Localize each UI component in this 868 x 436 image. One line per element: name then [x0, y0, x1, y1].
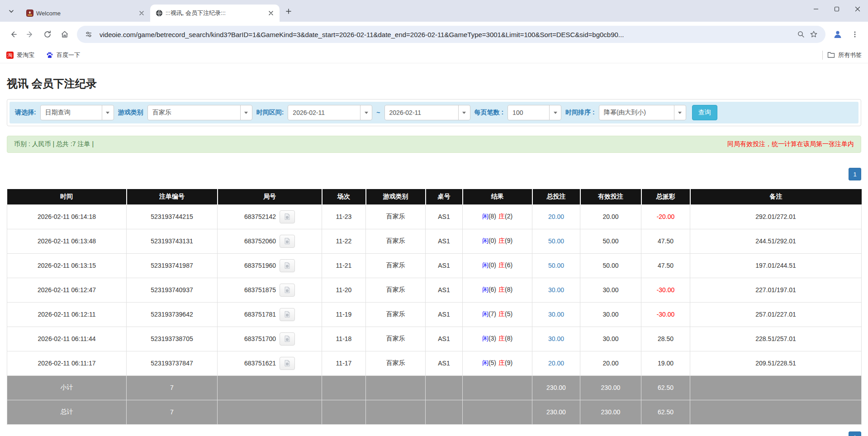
total-bet-link[interactable]: 30.00 — [548, 335, 564, 342]
video-replay-button[interactable] — [280, 235, 295, 248]
result-player: 闲 — [482, 359, 489, 366]
round-number: 683752142 — [244, 213, 276, 220]
bookmark-star-button[interactable] — [807, 28, 820, 41]
cell-game-type: 百家乐 — [366, 204, 426, 229]
cell-valid-bet: 30.00 — [580, 278, 641, 302]
page-1-button[interactable]: 1 — [849, 431, 861, 436]
per-page-select[interactable]: 100 — [508, 105, 561, 120]
cell-game-type: 百家乐 — [366, 278, 426, 302]
chevron-down-icon — [458, 105, 470, 120]
tab-title: Welcome — [36, 10, 135, 17]
game-type-select[interactable]: 百家乐 — [147, 105, 252, 120]
tab-search-button[interactable] — [5, 5, 18, 18]
empty-cell — [322, 375, 366, 400]
cell-result: 闲(0)庄(9) — [463, 229, 532, 253]
result-banker-score: (2) — [505, 213, 512, 220]
address-bar[interactable]: videoie.com/game/betrecord_search/kind3?… — [77, 26, 825, 43]
total-row: 总计 7 230.00 230.00 62.50 — [7, 400, 862, 424]
column-header: 备注 — [690, 189, 862, 204]
video-replay-button[interactable] — [280, 357, 295, 370]
total-bet-link[interactable]: 20.00 — [548, 360, 564, 367]
video-replay-button[interactable] — [280, 332, 295, 346]
date-end-select[interactable]: 2026-02-11 — [384, 105, 470, 120]
window-maximize-button[interactable] — [826, 0, 847, 18]
close-icon — [139, 11, 144, 15]
forward-arrow-icon — [26, 30, 35, 39]
game-type-value: 百家乐 — [148, 109, 240, 117]
table-row: 2026-02-11 06:14:18 523193744215 6837521… — [7, 204, 862, 229]
column-header: 注单编号 — [127, 189, 218, 204]
tab-close-button[interactable] — [138, 9, 146, 17]
cell-game-type: 百家乐 — [366, 327, 426, 351]
browser-toolbar: videoie.com/game/betrecord_search/kind3?… — [0, 22, 868, 47]
tab-close-button[interactable] — [267, 9, 275, 17]
empty-cell — [690, 400, 862, 424]
sort-order-select[interactable]: 降幂(由大到小) — [599, 105, 686, 120]
cell-note: 292.01/272.01 — [690, 204, 862, 229]
result-banker-score: (6) — [505, 261, 512, 269]
result-player-score: (6) — [489, 286, 496, 293]
pagination-bottom: 1 — [7, 431, 861, 436]
date-start-select[interactable]: 2026-02-11 — [288, 105, 372, 120]
result-player-score: (5) — [489, 359, 496, 366]
result-player-score: (7) — [489, 310, 496, 318]
currency-summary-text: 币别 : 人民币 | 总共 :7 注单 | — [14, 140, 94, 148]
total-bet-link[interactable]: 30.00 — [548, 311, 564, 318]
cell-note: 197.01/244.51 — [690, 253, 862, 278]
video-replay-button[interactable] — [280, 259, 295, 272]
result-player-score: (8) — [489, 213, 496, 220]
reload-button[interactable] — [39, 26, 56, 43]
result-banker: 庄 — [498, 213, 505, 220]
all-bookmarks-button[interactable]: 所有书签 — [827, 51, 862, 59]
cell-valid-bet: 50.00 — [580, 229, 641, 253]
query-button[interactable]: 查询 — [692, 105, 717, 120]
video-replay-button[interactable] — [280, 210, 295, 223]
window-minimize-button[interactable] — [806, 0, 826, 18]
result-banker: 庄 — [498, 261, 505, 269]
total-valid-bet: 230.00 — [580, 400, 641, 424]
total-bet-link[interactable]: 30.00 — [548, 286, 564, 294]
total-bet-link[interactable]: 50.00 — [548, 237, 564, 245]
result-banker-score: (5) — [505, 310, 512, 318]
total-bet-link[interactable]: 20.00 — [548, 213, 564, 220]
cell-time: 2026-02-11 06:11:17 — [7, 351, 127, 375]
cell-time: 2026-02-11 06:11:44 — [7, 327, 127, 351]
cell-total-bet: 30.00 — [532, 327, 580, 351]
window-close-button[interactable] — [847, 0, 868, 18]
cell-bet-id: 523193740937 — [127, 278, 218, 302]
cell-round: 683751960 — [218, 253, 322, 278]
query-mode-select[interactable]: 日期查询 — [40, 105, 114, 120]
video-replay-button[interactable] — [280, 308, 295, 321]
forward-button[interactable] — [22, 26, 39, 43]
cell-result: 闲(0)庄(6) — [463, 253, 532, 278]
profile-avatar-button[interactable] — [829, 26, 846, 43]
round-number: 683751875 — [244, 286, 276, 294]
total-bet-link[interactable]: 50.00 — [548, 262, 564, 269]
video-replay-button[interactable] — [280, 284, 295, 297]
chevron-down-icon — [360, 105, 372, 120]
home-button[interactable] — [56, 26, 73, 43]
sort-order-value: 降幂(由大到小) — [599, 109, 674, 117]
cell-session: 11-22 — [322, 229, 366, 253]
result-player: 闲 — [482, 310, 489, 318]
bookmark-taobao[interactable]: 淘 爱淘宝 — [6, 51, 34, 59]
cell-total-bet: 50.00 — [532, 253, 580, 278]
empty-cell — [426, 400, 463, 424]
result-player: 闲 — [482, 286, 489, 293]
browser-menu-button[interactable] — [846, 26, 863, 43]
date-range-label: 时间区间: — [256, 109, 284, 117]
subtotal-count: 7 — [127, 375, 218, 400]
bookmark-baidu[interactable]: 百度一下 — [46, 51, 80, 59]
avatar — [833, 29, 843, 39]
tab-welcome[interactable]: Welcome — [21, 5, 150, 22]
new-tab-button[interactable] — [282, 5, 295, 18]
page-1-button[interactable]: 1 — [849, 168, 861, 180]
tab-title: :::视讯, 会员下注纪录::: — [166, 9, 264, 17]
result-banker-score: (9) — [505, 237, 512, 244]
site-settings-button[interactable] — [82, 28, 95, 41]
back-button[interactable] — [5, 26, 22, 43]
zoom-search-button[interactable] — [795, 28, 807, 41]
tab-bet-records[interactable]: :::视讯, 会员下注纪录::: — [150, 5, 280, 22]
cell-payout: 47.50 — [641, 229, 690, 253]
cell-time: 2026-02-11 06:14:18 — [7, 204, 127, 229]
